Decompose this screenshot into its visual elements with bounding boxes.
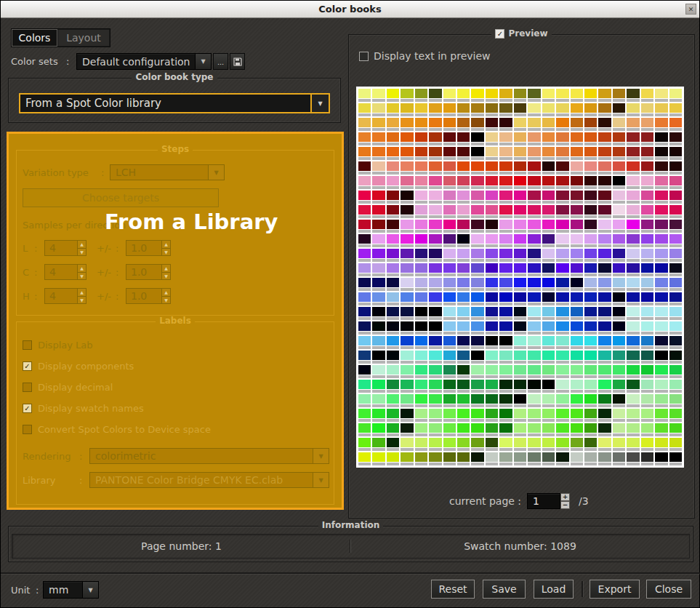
pm-label: +/- bbox=[97, 291, 116, 302]
spin-down-icon[interactable]: ▼ bbox=[162, 273, 170, 280]
swatch bbox=[471, 176, 483, 189]
rendering-value: colorimetric bbox=[90, 449, 313, 463]
chevron-down-icon[interactable]: ▼ bbox=[195, 54, 211, 69]
current-page-stepper[interactable]: + − bbox=[560, 493, 570, 509]
spin-down-icon[interactable]: ▼ bbox=[162, 249, 170, 256]
swatch bbox=[443, 205, 456, 218]
chevron-down-icon[interactable]: ▼ bbox=[313, 473, 329, 487]
spin-down-icon[interactable]: ▼ bbox=[78, 297, 86, 304]
color-sets-select[interactable]: Default configuration ▼ bbox=[76, 53, 212, 70]
swatch bbox=[486, 205, 498, 218]
close-icon[interactable]: ✕ bbox=[685, 4, 696, 15]
swatch bbox=[429, 336, 441, 349]
spin-up-icon[interactable]: ▲ bbox=[78, 289, 86, 297]
spin-down-icon[interactable]: ▼ bbox=[78, 273, 86, 280]
spin-up-icon[interactable]: ▲ bbox=[78, 241, 86, 249]
swatch bbox=[471, 292, 483, 305]
load-button[interactable]: Load bbox=[534, 580, 574, 599]
swatch bbox=[556, 161, 568, 175]
current-page-input[interactable]: 1 bbox=[527, 493, 560, 509]
minus-icon[interactable]: − bbox=[560, 501, 570, 509]
c-delta-stepper[interactable]: ▲▼ bbox=[162, 264, 171, 280]
display-text-checkbox[interactable] bbox=[359, 52, 369, 61]
variation-type-select[interactable]: LCH ▼ bbox=[110, 164, 225, 180]
browse-color-sets-button[interactable]: ... bbox=[213, 53, 228, 70]
swatch bbox=[486, 423, 498, 436]
swatch bbox=[387, 147, 399, 160]
unit-select[interactable]: mm ▼ bbox=[43, 581, 99, 599]
swatch bbox=[499, 452, 512, 465]
tab-layout[interactable]: Layout bbox=[57, 29, 110, 47]
tab-colors[interactable]: Colors bbox=[12, 29, 57, 47]
swatch bbox=[669, 176, 682, 189]
export-button[interactable]: Export bbox=[590, 580, 640, 599]
swatch bbox=[471, 191, 483, 204]
swatch bbox=[641, 176, 653, 189]
swatch bbox=[387, 249, 399, 262]
swatch bbox=[613, 394, 625, 407]
swatch bbox=[542, 147, 555, 160]
l-steps-input[interactable]: 4 bbox=[44, 240, 78, 256]
convert-spot-colors-checkbox[interactable] bbox=[23, 425, 32, 434]
display-components-checkbox[interactable]: ✓ bbox=[23, 361, 32, 371]
h-steps-stepper[interactable]: ▲▼ bbox=[78, 288, 87, 304]
swatch bbox=[641, 132, 653, 145]
c-steps-input[interactable]: 4 bbox=[44, 264, 78, 280]
spin-up-icon[interactable]: ▲ bbox=[162, 289, 170, 297]
chevron-down-icon[interactable]: ▼ bbox=[313, 449, 329, 463]
preview-checkbox[interactable]: ✓ bbox=[495, 29, 504, 39]
display-text-label: Display text in preview bbox=[374, 50, 491, 62]
spin-up-icon[interactable]: ▲ bbox=[162, 265, 170, 273]
swatch bbox=[514, 118, 526, 131]
swatch bbox=[528, 452, 540, 465]
swatch-page bbox=[356, 87, 684, 468]
display-decimal-checkbox[interactable] bbox=[23, 383, 32, 392]
swatch bbox=[669, 191, 682, 204]
swatch bbox=[598, 220, 611, 233]
rendering-select[interactable]: colorimetric ▼ bbox=[89, 448, 329, 464]
l-steps-stepper[interactable]: ▲▼ bbox=[78, 240, 87, 256]
l-delta-stepper[interactable]: ▲▼ bbox=[162, 240, 171, 256]
reset-button[interactable]: Reset bbox=[431, 580, 475, 599]
swatch bbox=[655, 147, 667, 160]
swatch bbox=[486, 351, 498, 364]
swatch bbox=[556, 103, 568, 116]
swatch bbox=[499, 321, 512, 335]
save-button[interactable]: Save bbox=[483, 580, 526, 599]
color-book-type-select[interactable]: From a Spot Color library ▼ bbox=[19, 93, 330, 113]
swatch bbox=[471, 103, 483, 116]
spin-up-icon[interactable]: ▲ bbox=[78, 265, 86, 273]
swatch bbox=[372, 161, 385, 175]
h-delta-stepper[interactable]: ▲▼ bbox=[162, 288, 171, 304]
swatch bbox=[372, 423, 385, 436]
swatch bbox=[514, 394, 526, 407]
c-steps-stepper[interactable]: ▲▼ bbox=[78, 264, 87, 280]
spin-down-icon[interactable]: ▼ bbox=[162, 297, 170, 304]
display-swatch-names-checkbox[interactable]: ✓ bbox=[23, 404, 32, 413]
swatch bbox=[641, 161, 653, 175]
swatch bbox=[387, 321, 399, 335]
library-select[interactable]: PANTONE Color Bridge CMYK EC.clab ▼ bbox=[89, 472, 329, 488]
swatch bbox=[415, 321, 427, 335]
h-steps-input[interactable]: 4 bbox=[44, 288, 78, 304]
swatch bbox=[401, 423, 413, 436]
save-color-set-button[interactable] bbox=[230, 53, 245, 70]
l-delta-input[interactable]: 1.0 bbox=[126, 240, 162, 256]
swatch bbox=[542, 118, 555, 131]
spin-up-icon[interactable]: ▲ bbox=[162, 241, 170, 249]
h-delta-input[interactable]: 1.0 bbox=[126, 288, 162, 304]
swatch bbox=[613, 321, 625, 335]
spin-down-icon[interactable]: ▼ bbox=[78, 249, 86, 256]
swatch bbox=[372, 278, 385, 291]
chevron-down-icon[interactable]: ▼ bbox=[310, 95, 329, 112]
title-bar[interactable]: Color books ✕ bbox=[1, 1, 699, 18]
display-lab-checkbox[interactable] bbox=[23, 340, 32, 350]
unit-value: mm bbox=[44, 582, 82, 598]
chevron-down-icon[interactable]: ▼ bbox=[82, 582, 98, 598]
plus-icon[interactable]: + bbox=[560, 493, 570, 501]
c-delta-input[interactable]: 1.0 bbox=[126, 264, 162, 280]
choose-targets-button[interactable]: Choose targets bbox=[23, 188, 219, 207]
swatch bbox=[613, 336, 625, 349]
close-button[interactable]: Close bbox=[646, 580, 691, 599]
chevron-down-icon[interactable]: ▼ bbox=[208, 165, 224, 180]
